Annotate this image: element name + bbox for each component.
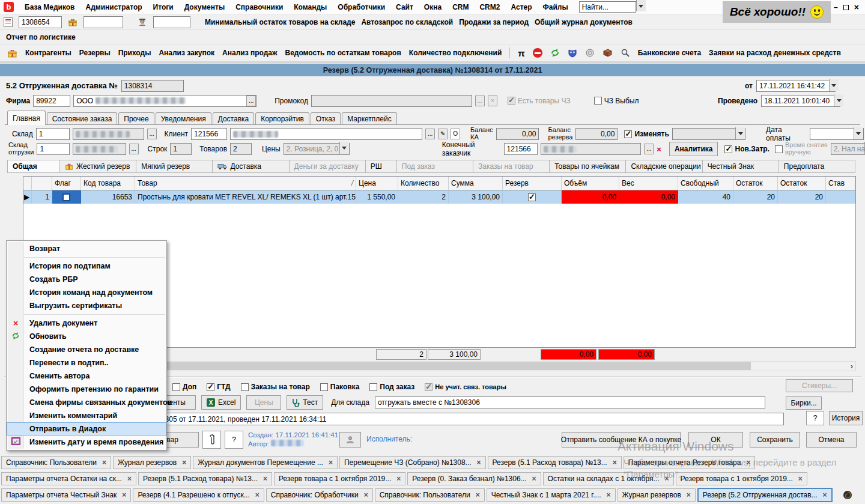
ship-warehouse-name-field[interactable] [73,143,126,155]
firm-code-field[interactable]: 89922 [33,95,70,107]
has-chz-checkbox[interactable]: Есть товары ЧЗ [508,97,571,105]
ok-button[interactable]: ОК [688,432,743,448]
subtab-predoplata[interactable]: Предоплата [779,160,855,173]
doc-number-input[interactable]: 1308654 [19,16,62,28]
menu-item-windows[interactable]: Окна [424,3,442,11]
menu-item-site[interactable]: Сайт [396,3,413,11]
test-button[interactable]: Тест [287,395,323,410]
gtd-checkbox[interactable]: ГТД [207,383,230,391]
close-icon[interactable]: × [364,491,368,499]
refresh-icon[interactable] [550,48,560,58]
orders-checkbox[interactable]: Заказы на товар [241,383,310,391]
executor-button[interactable] [339,432,361,448]
close-icon[interactable]: × [798,475,803,482]
ctx-export-certificates[interactable]: Выгрузить сертификаты [7,299,166,312]
close-icon[interactable]: × [102,459,106,466]
ship-warehouse-code-field[interactable]: 1 [37,143,69,155]
close-icon[interactable]: × [665,475,669,482]
search-input[interactable]: Найти... [579,1,636,13]
maximize-button[interactable] [843,5,849,10]
tags-button[interactable]: Бирки... [786,396,822,410]
close-icon[interactable]: × [127,475,132,482]
taskbar-tab[interactable]: Резерв товара с 1 октября 2019...× [676,472,807,485]
pod-zakaz-checkbox[interactable]: Под заказ [369,383,414,391]
prices-button[interactable]: Цены [246,395,281,410]
toolbar-link-reserves[interactable]: Резервы [79,49,111,57]
col-flag[interactable]: Флаг [52,177,81,190]
posted-date-field[interactable]: 18.11.2021 10:01:40 [761,95,840,107]
manual-time-checkbox[interactable]: Время снятиявручную [775,142,828,156]
toolbar-link-purchase-analysis[interactable]: Анализ закупок [159,49,214,57]
close-icon[interactable]: × [607,491,611,499]
final-customer-name-field[interactable] [541,143,641,155]
taskbar-tab[interactable]: Параметры отчета Честный Знак× [1,488,131,502]
subtab-rsh[interactable]: РШ [366,160,397,173]
client-o-button[interactable]: O [451,129,460,139]
warehouse-code-field[interactable]: 1 [36,128,70,140]
taskbar-tab[interactable]: Журнал резервов× [618,488,696,502]
close-icon[interactable]: × [255,491,260,499]
from-date-dropdown[interactable] [829,79,839,91]
quick-link-journal[interactable]: Общий журнал документов [535,18,633,26]
history-button[interactable]: История [829,411,863,425]
close-button[interactable]: × [854,2,859,12]
close-icon[interactable]: × [532,475,536,482]
taskbar-tab[interactable]: Журнал резервов× [113,456,191,469]
packing-checkbox[interactable]: Паковка [320,383,360,391]
taskbar-tab[interactable]: Перемещение ЧЗ (Собрано) №1308...× [339,456,486,469]
toolbar-link-connections[interactable]: Количество подключений [409,49,502,57]
no-linked-goods-checkbox[interactable]: Не учит. связ. товары [425,383,506,391]
ctx-send-diadok[interactable]: Отправить в Диадок [7,422,166,436]
tab-sostoyanie[interactable]: Состояние заказа [47,112,118,125]
stop-icon[interactable] [533,48,542,58]
menu-item-docs[interactable]: Документы [184,3,225,11]
taskbar-tab[interactable]: Справочник: Пользователи× [375,488,485,502]
subtab-soft-reserve[interactable]: Мягкий резерв [136,160,213,173]
doc-number-field[interactable]: 1308314 [121,80,184,92]
tab-marketpleis[interactable]: Маркетплейс [342,112,397,125]
cell-flag-checkbox[interactable] [52,190,81,204]
close-icon[interactable]: × [329,459,333,466]
minimize-button[interactable]: – [834,3,838,11]
ctx-history-subtypes[interactable]: История по подтипам [7,260,166,273]
change-dropdown-button[interactable] [735,127,745,139]
ctx-return[interactable]: Возврат [7,242,166,255]
promo-clear-button[interactable]: × [488,96,497,106]
col-volume[interactable]: Объём [562,177,619,190]
for-warehouse-input[interactable]: отгружать вместе с №1308306 [375,396,765,408]
gift-code-input[interactable] [83,16,123,28]
client-code-field[interactable]: 121566 [191,128,227,140]
taskbar-tab[interactable]: Справочник: Обработчики× [266,488,373,502]
promo-picker-button[interactable]: ... [475,96,485,106]
ctx-delivery-report[interactable]: Создание отчета по доставке [7,343,166,356]
toolbar-link-contragents[interactable]: Контрагенты [25,49,71,57]
menu-item-crm2[interactable]: CRM2 [479,3,500,11]
col-price[interactable]: Цена [356,177,398,190]
new-costs-checkbox[interactable]: Нов.Затр. [724,145,769,153]
tab-glavnaya[interactable]: Главная [7,111,46,125]
pi-icon[interactable]: π [518,48,524,58]
taskbar-tab[interactable]: Параметры отчета Остатки на ск...× [1,472,136,485]
subtab-pod-zakaz[interactable]: Под заказ [397,160,473,173]
close-icon[interactable]: × [396,475,401,482]
col-rate[interactable]: Став [826,177,855,190]
col-weight[interactable]: Вес [619,177,678,190]
client-name-field[interactable] [230,128,422,140]
close-icon[interactable]: × [613,459,617,466]
final-customer-clear-icon[interactable]: × [657,145,661,154]
taskbar-tab[interactable]: Резерв товара с 1 октября 2019...× [274,472,405,485]
col-rest2[interactable]: Остаток [778,177,826,190]
change-checkbox[interactable]: Изменять [624,130,669,138]
final-customer-picker-button[interactable]: ... [644,144,654,154]
menu-item-itogi[interactable]: Итоги [153,3,174,11]
ctx-delete-document[interactable]: ×Удалить документ [7,317,166,330]
firm-picker-button[interactable]: ... [246,96,256,106]
posted-date-dropdown[interactable] [834,94,843,106]
chz-left-checkbox[interactable]: ЧЗ Выбыл [594,97,639,105]
col-code[interactable]: Код товара [81,177,135,190]
toolbar-link-incomes[interactable]: Приходы [118,49,151,57]
ctx-change-author[interactable]: Сменить автора [7,369,166,383]
coin-icon[interactable] [585,48,595,58]
person-code-input[interactable] [153,16,190,28]
ship-warehouse-picker-button[interactable]: ... [129,144,139,154]
